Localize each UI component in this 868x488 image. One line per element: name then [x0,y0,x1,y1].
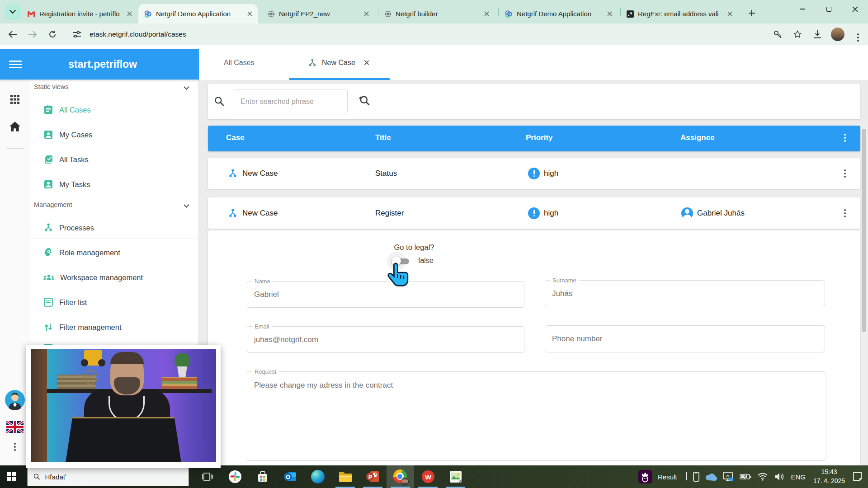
sidebar-section-static-views[interactable]: Static views [34,83,194,90]
taskbar-search-input[interactable] [45,473,183,481]
tab-close-icon[interactable] [727,11,732,16]
row-menu-kebab-icon[interactable] [844,209,846,211]
browser-tab-1[interactable]: Registration invite - petriflo [22,4,137,23]
row-menu-kebab-icon[interactable] [844,169,846,171]
sidebar-item-my-tasks[interactable]: My Tasks [43,178,90,191]
browser-tab-6[interactable]: RegExr: email address vali [621,4,738,23]
tab-new-case[interactable]: New Case [307,45,369,80]
column-header-priority[interactable]: Priority [526,133,553,142]
wps-icon[interactable]: W [414,465,442,488]
workspace-management-icon [43,272,55,283]
my-cases-icon [43,129,54,140]
battery-icon[interactable] [740,474,751,480]
notification-center-icon[interactable] [853,472,863,482]
taskbar-clock[interactable]: 15:43 17. 4. 2025 [811,468,847,485]
sidebar-item-processes[interactable]: Processes [43,221,94,235]
request-textarea[interactable]: Please change my adress in the contract [247,372,826,460]
user-avatar[interactable] [0,390,30,410]
wireless-display-icon[interactable] [723,472,734,482]
tray-expand-chevron-icon[interactable] [686,473,687,481]
taskbar-search-box[interactable] [27,467,189,486]
home-icon[interactable] [0,121,30,132]
reload-button[interactable] [42,25,62,43]
language-flag-uk[interactable] [0,421,30,433]
request-field[interactable]: Request Please change my adress in the c… [247,371,826,461]
browser-tab-5[interactable]: Netgrif Demo Application [499,4,618,23]
tab-close-icon[interactable] [363,60,369,66]
wifi-icon[interactable] [757,473,768,481]
edge-icon[interactable] [304,465,331,488]
new-tab-button[interactable] [746,7,758,19]
email-input[interactable] [247,327,524,352]
tab-all-cases[interactable]: All Cases [224,45,255,80]
advanced-search-icon[interactable] [358,94,371,107]
sidebar-item-all-tasks[interactable]: All Tasks [43,153,89,166]
phone-field[interactable] [545,325,825,352]
sidebar-item-filter-list[interactable]: Filter list [43,296,87,309]
slack-icon[interactable] [221,465,249,488]
outlook-icon[interactable]: O [276,465,304,488]
menu-hamburger-icon[interactable] [9,61,22,68]
volume-icon[interactable] [774,473,785,481]
table-menu-kebab-icon[interactable] [844,134,846,136]
task-view-button[interactable] [193,465,221,488]
sidebar-item-my-cases[interactable]: My Cases [43,128,92,141]
tab-close-icon[interactable] [127,11,132,16]
downloads-icon[interactable] [807,25,827,43]
browser-tab-4[interactable]: Netgrif builder [379,4,495,23]
bookmark-star-icon[interactable] [788,25,807,43]
surname-field[interactable]: Surname [545,280,825,307]
sidebar-item-all-cases[interactable]: All Cases [43,103,91,117]
microsoft-store-icon[interactable] [249,465,276,488]
tab-close-icon[interactable] [247,11,252,16]
sidebar-item-workspace-management[interactable]: Workspace management [43,271,143,284]
screen: Registration invite - petriflo Netgrif D… [0,0,868,488]
powerpoint-icon[interactable]: P [359,465,387,488]
premier-league-icon[interactable] [638,470,652,483]
video-overlay[interactable]: DELL [26,345,221,468]
search-input[interactable] [234,89,348,114]
url-text[interactable]: etask.netgrif.cloud/portal/cases [90,30,186,38]
surname-input[interactable] [545,281,825,307]
table-row[interactable]: New Case Status high [208,158,860,189]
browser-tab-3[interactable]: Netgrif EP2_new [262,4,374,23]
rail-menu-kebab-icon[interactable] [0,443,30,445]
window-close-button[interactable] [842,0,868,18]
chrome-icon[interactable] [387,465,414,488]
file-explorer-icon[interactable] [331,465,359,488]
browser-tab-2-active[interactable]: Netgrif Demo Application [138,4,258,23]
start-button[interactable] [0,465,23,488]
running-app-label[interactable]: Result [658,473,677,481]
table-row[interactable]: New Case Register high Gabriel Juhás [208,197,860,229]
apps-grid-icon[interactable] [0,94,30,104]
tab-title: Registration invite - petriflo [39,10,123,18]
sidebar-section-management[interactable]: Management [34,201,194,208]
tab-search-button[interactable] [5,4,21,20]
photos-app-icon[interactable] [442,465,469,488]
profile-avatar[interactable] [831,28,844,41]
name-field[interactable]: Name [247,281,524,308]
phone-link-icon[interactable] [693,472,699,482]
tab-close-icon[interactable] [607,11,612,16]
window-maximize-button[interactable] [816,0,842,18]
onedrive-icon[interactable] [705,473,717,481]
email-field[interactable]: Email [247,326,524,353]
content-scrollbar[interactable] [861,126,867,465]
tab-close-icon[interactable] [484,11,489,16]
back-button[interactable] [3,25,23,43]
column-header-assignee[interactable]: Assignee [680,133,715,142]
scrollbar-thumb[interactable] [862,129,866,332]
phone-input[interactable] [545,326,825,352]
column-header-title[interactable]: Title [375,133,391,142]
passwords-key-icon[interactable] [768,25,788,43]
site-info-icon[interactable] [67,25,87,43]
tab-close-icon[interactable] [364,11,369,16]
language-indicator[interactable]: ENG [791,473,806,481]
sidebar-item-filter-management[interactable]: Filter management [43,320,122,334]
column-header-case[interactable]: Case [226,133,245,142]
sidebar-item-role-management[interactable]: Role management [43,246,120,259]
name-input[interactable] [247,282,524,307]
window-minimize-button[interactable] [789,0,816,18]
browser-menu-kebab-icon[interactable] [848,25,868,43]
forward-button[interactable] [23,25,42,43]
